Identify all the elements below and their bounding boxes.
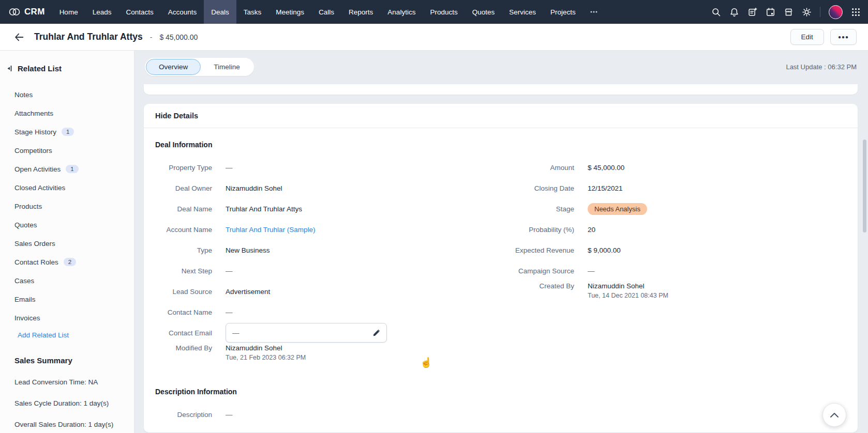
nav-item-services[interactable]: Services	[502, 0, 543, 24]
user-avatar[interactable]	[829, 5, 843, 19]
count-badge: 1	[66, 165, 78, 173]
nav-item-meetings[interactable]: Meetings	[268, 0, 311, 24]
scrolled-card-edge	[144, 84, 858, 95]
tab-overview[interactable]: Overview	[146, 59, 201, 75]
sidebar-item-sales-orders[interactable]: Sales Orders	[14, 234, 124, 253]
collapse-panel-icon[interactable]	[6, 65, 12, 72]
contact-email-input[interactable]: —	[226, 323, 387, 343]
deal-info-left-column: Property Type — Deal Owner Nizamuddin So…	[155, 157, 466, 372]
vertical-scrollbar[interactable]	[863, 140, 866, 233]
add-related-list-link[interactable]: Add Related List	[18, 331, 69, 339]
view-tabs: Overview Timeline	[145, 58, 254, 76]
scroll-to-top-button[interactable]	[822, 403, 846, 427]
field-stage: Stage Needs Analysis	[466, 198, 846, 219]
nav-item-analytics[interactable]: Analytics	[380, 0, 423, 24]
nav-item-reports[interactable]: Reports	[341, 0, 380, 24]
record-amount: $ 45,000.00	[159, 33, 198, 41]
record-header: Truhlar And Truhlar Attys - $ 45,000.00 …	[0, 24, 868, 51]
related-list-title: Related List	[18, 64, 62, 73]
nav-item-accounts[interactable]: Accounts	[161, 0, 204, 24]
edit-button[interactable]: Edit	[790, 29, 824, 45]
field-probability: Probability (%) 20	[466, 219, 846, 240]
crm-logo[interactable]: CRM	[5, 0, 52, 24]
field-contact-email: Contact Email —	[155, 322, 466, 343]
sidebar-item-quotes[interactable]: Quotes	[14, 215, 124, 234]
lead-conversion-time: Lead Conversion Time: NA	[14, 378, 124, 386]
sidebar-item-attachments[interactable]: Attachments	[14, 104, 124, 122]
sales-summary-title: Sales Summary	[14, 356, 124, 365]
nav-more-icon[interactable]	[583, 0, 605, 24]
nav-item-calls[interactable]: Calls	[311, 0, 341, 24]
title-separator: -	[150, 33, 153, 41]
account-link[interactable]: Truhlar And Truhlar (Sample)	[226, 226, 316, 234]
tab-timeline[interactable]: Timeline	[201, 59, 253, 75]
divider	[820, 7, 820, 17]
field-deal-owner: Deal Owner Nizamuddin Sohel	[155, 178, 466, 198]
edit-pencil-icon[interactable]	[372, 329, 380, 337]
record-more-button[interactable]: ●●●	[830, 29, 857, 45]
nav-item-products[interactable]: Products	[423, 0, 465, 24]
record-title: Truhlar And Truhlar Attys	[34, 32, 143, 42]
bell-icon[interactable]	[729, 7, 739, 17]
settings-gear-icon[interactable]	[802, 7, 812, 17]
nav-item-leads[interactable]: Leads	[85, 0, 119, 24]
back-arrow-icon[interactable]	[11, 29, 27, 45]
sidebar-item-notes[interactable]: Notes	[14, 85, 124, 104]
calendar-icon[interactable]	[766, 7, 775, 17]
field-deal-name: Deal Name Truhlar And Truhlar Attys	[155, 198, 466, 219]
search-icon[interactable]	[711, 7, 721, 17]
field-created-by: Created By Nizamuddin Sohel Tue, 14 Dec …	[466, 281, 846, 310]
field-amount: Amount $ 45,000.00	[466, 157, 846, 178]
field-type: Type New Business	[155, 240, 466, 260]
top-navbar: CRM Home Leads Contacts Accounts Deals T…	[0, 0, 868, 24]
field-closing-date: Closing Date 12/15/2021	[466, 178, 846, 198]
last-update-label: Last Update : 06:32 PM	[786, 63, 857, 71]
sidebar-item-competitors[interactable]: Competitors	[14, 141, 124, 160]
nav-item-quotes[interactable]: Quotes	[465, 0, 502, 24]
deal-information-title: Deal Information	[155, 141, 846, 149]
sidebar-item-products[interactable]: Products	[14, 197, 124, 215]
sidebar-item-emails[interactable]: Emails	[14, 290, 124, 308]
related-list-sidebar: Related List Notes Attachments Stage His…	[0, 51, 134, 433]
nav-item-contacts[interactable]: Contacts	[118, 0, 160, 24]
zoho-rings-icon	[8, 7, 21, 17]
nav-item-home[interactable]: Home	[52, 0, 85, 24]
field-description: Description —	[155, 404, 846, 425]
field-property-type: Property Type —	[155, 157, 466, 178]
sidebar-item-stage-history[interactable]: Stage History1	[14, 122, 124, 141]
details-card: Hide Details Deal Information Property T…	[144, 104, 858, 432]
sidebar-item-cases[interactable]: Cases	[14, 271, 124, 290]
field-modified-by: Modified By Nizamuddin Sohel Tue, 21 Feb…	[155, 343, 466, 372]
brand-label: CRM	[24, 7, 45, 17]
hide-details-toggle[interactable]: Hide Details	[144, 104, 858, 128]
sales-cycle-duration: Sales Cycle Duration: 1 day(s)	[14, 399, 124, 407]
nav-item-tasks[interactable]: Tasks	[236, 0, 269, 24]
note-add-icon[interactable]	[747, 7, 757, 17]
sidebar-item-closed-activities[interactable]: Closed Activities	[14, 178, 124, 197]
count-badge: 1	[62, 128, 74, 136]
field-account-name: Account Name Truhlar And Truhlar (Sample…	[155, 219, 466, 240]
deal-info-right-column: Amount $ 45,000.00 Closing Date 12/15/20…	[466, 157, 846, 372]
nav-item-deals[interactable]: Deals	[204, 0, 236, 24]
modified-timestamp: Tue, 21 Feb 2023 06:32 PM	[226, 354, 306, 361]
created-timestamp: Tue, 14 Dec 2021 08:43 PM	[588, 292, 668, 299]
field-campaign-source: Campaign Source —	[466, 260, 846, 281]
main-menu: Home Leads Contacts Accounts Deals Tasks…	[52, 0, 711, 24]
apps-grid-icon[interactable]	[851, 7, 861, 17]
count-badge: 2	[64, 258, 76, 266]
sidebar-item-open-activities[interactable]: Open Activities1	[14, 160, 124, 178]
overall-sales-duration: Overall Sales Duration: 1 day(s)	[14, 421, 124, 428]
field-lead-source: Lead Source Advertisement	[155, 281, 466, 302]
record-detail-content: Overview Timeline Last Update : 06:32 PM…	[134, 51, 868, 433]
store-icon[interactable]	[784, 7, 794, 17]
field-next-step: Next Step —	[155, 260, 466, 281]
sidebar-item-contact-roles[interactable]: Contact Roles2	[14, 253, 124, 271]
header-actions: Edit ●●●	[790, 29, 857, 45]
stage-badge[interactable]: Needs Analysis	[588, 203, 647, 215]
navbar-actions	[711, 0, 861, 24]
description-information-title: Description Information	[155, 388, 846, 396]
field-expected-revenue: Expected Revenue $ 9,000.00	[466, 240, 846, 260]
nav-item-projects[interactable]: Projects	[543, 0, 583, 24]
sidebar-item-invoices[interactable]: Invoices	[14, 308, 124, 327]
field-contact-name: Contact Name —	[155, 302, 466, 322]
